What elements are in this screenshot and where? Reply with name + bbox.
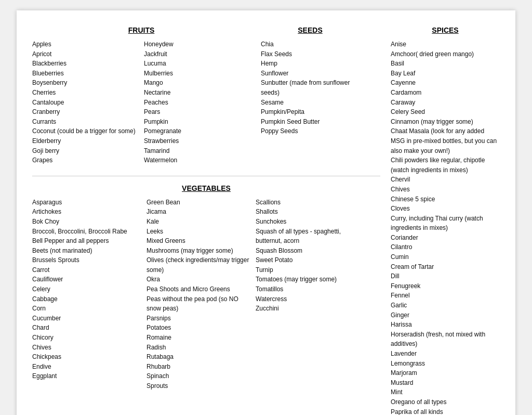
fruits-section: FRUITS ApplesApricotBlackberriesBlueberr… <box>32 26 250 165</box>
list-item: Endive <box>32 362 141 372</box>
list-item: Squash of all types - spaghetti, buttern… <box>256 227 365 246</box>
list-item: Tamarind <box>144 146 250 156</box>
list-item: Pomegranate <box>144 126 250 136</box>
list-item: Chicory <box>32 333 141 343</box>
list-item: Artichokes <box>32 207 141 217</box>
list-item: Celery <box>32 284 141 294</box>
list-item: Cilantro <box>391 242 500 252</box>
list-item: Flax Seeds <box>261 49 360 59</box>
list-item: Pumpkin <box>144 117 250 127</box>
list-item: Brussels Sprouts <box>32 255 141 265</box>
list-item: Coconut (could be a trigger for some) <box>32 126 139 136</box>
list-item: Spinach <box>147 371 250 381</box>
list-item: Cabbage <box>32 294 141 304</box>
list-item: Scallions <box>256 198 365 208</box>
list-item: Rutabaga <box>147 352 250 362</box>
list-item: Oregano of all types <box>391 397 500 407</box>
vegetables-section: VEGETABLES AsparagusArtichokesBok ChoyBr… <box>32 184 380 391</box>
list-item: Pears <box>144 107 250 117</box>
list-item: Corn <box>32 304 141 314</box>
list-item: Sesame <box>261 98 360 108</box>
list-item: Cranberry <box>32 107 139 117</box>
list-item: Sprouts <box>147 381 250 391</box>
seeds-title: SEEDS <box>261 26 360 34</box>
list-item: Olives (check ingredients/may trigger so… <box>147 255 250 275</box>
list-item: Peaches <box>144 98 250 108</box>
list-item: Kale <box>147 217 250 227</box>
list-item: Nectarine <box>144 88 250 98</box>
list-item: Mulberries <box>144 69 250 79</box>
list-item: Currants <box>32 117 139 127</box>
list-item: Cauliflower <box>32 275 141 284</box>
list-item: Pumpkin Seed Butter <box>261 117 360 127</box>
list-item: Chinese 5 spice <box>391 194 500 204</box>
list-item: Caraway <box>391 98 500 108</box>
list-item: Parsnips <box>147 314 250 323</box>
list-item: Anise <box>391 40 500 49</box>
list-item: Beets (not marinated) <box>32 246 141 256</box>
list-item: Cream of Tartar <box>391 262 500 272</box>
list-item: Strawberries <box>144 136 250 146</box>
list-item: Cherries <box>32 88 139 98</box>
list-item: Garlic <box>391 301 500 310</box>
list-item: Bay Leaf <box>391 69 500 79</box>
list-item: Dill <box>391 271 500 281</box>
list-item: Fennel <box>391 291 500 301</box>
fruits-title: FRUITS <box>32 26 250 34</box>
list-item: Carrot <box>32 265 141 275</box>
list-item: Romaine <box>147 333 250 343</box>
list-item: Celery Seed <box>391 107 500 117</box>
list-item: Chaat Masala (look for any added MSG in … <box>391 126 500 155</box>
list-item: Chives <box>32 343 141 353</box>
list-item: Boysenberry <box>32 78 139 88</box>
list-item: Amchoor( dried green mango) <box>391 49 500 59</box>
list-item: Jackfruit <box>144 49 250 59</box>
vegetables-title: VEGETABLES <box>32 184 380 192</box>
list-item: Mint <box>391 387 500 397</box>
list-item: Eggplant <box>32 371 141 381</box>
list-item: Chard <box>32 323 141 333</box>
list-item: Cloves <box>391 204 500 214</box>
list-item: Apples <box>32 40 139 49</box>
list-item: Rhubarb <box>147 362 250 372</box>
list-item: Mango <box>144 78 250 88</box>
list-item: Goji berry <box>32 146 139 156</box>
list-item: Elderberry <box>32 136 139 146</box>
list-item: Mushrooms (may trigger some) <box>147 246 250 256</box>
list-item: Mixed Greens <box>147 236 250 246</box>
list-item: Sunchokes <box>256 217 365 227</box>
list-item: Watermelon <box>144 155 250 165</box>
list-item: Ginger <box>391 310 500 320</box>
seeds-list: ChiaFlax SeedsHempSunflowerSunbutter (ma… <box>261 40 360 136</box>
list-item: Okra <box>147 275 250 284</box>
list-item: Paprika of all kinds <box>391 407 500 415</box>
list-item: Harissa <box>391 320 500 330</box>
page: FRUITS ApplesApricotBlackberriesBlueberr… <box>17 10 515 415</box>
veg-col2: Green BeanJicamaKaleLeeksMixed GreensMus… <box>141 198 250 391</box>
list-item: Coriander <box>391 233 500 243</box>
list-item: Jicama <box>147 207 250 217</box>
list-item: Pea Shoots and Micro Greens <box>147 284 250 294</box>
list-item: Marjoram <box>391 368 500 378</box>
list-item: Chives <box>391 185 500 194</box>
list-item: Lavender <box>391 349 500 359</box>
list-item: Asparagus <box>32 198 141 208</box>
list-item: Watercress <box>256 294 365 304</box>
spices-section: SPICES AniseAmchoor( dried green mango)B… <box>380 26 500 415</box>
list-item: Potatoes <box>147 323 250 333</box>
list-item: Sweet Potato <box>256 255 365 265</box>
list-item: Cumin <box>391 252 500 262</box>
spices-title: SPICES <box>391 26 500 34</box>
list-item: Lemongrass <box>391 359 500 369</box>
list-item: Chili powders like regular, chipotle (wa… <box>391 155 500 175</box>
list-item: Bell Pepper and all peppers <box>32 236 141 246</box>
list-item: Cantaloupe <box>32 98 139 108</box>
list-item: Cardamom <box>391 88 500 98</box>
list-item: Shallots <box>256 207 365 217</box>
list-item: Mustard <box>391 378 500 388</box>
list-item: Squash Blossom <box>256 246 365 256</box>
list-item: Cucumber <box>32 314 141 323</box>
list-item: Hemp <box>261 59 360 69</box>
spices-list: AniseAmchoor( dried green mango)BasilBay… <box>391 40 500 415</box>
list-item: Poppy Seeds <box>261 126 360 136</box>
